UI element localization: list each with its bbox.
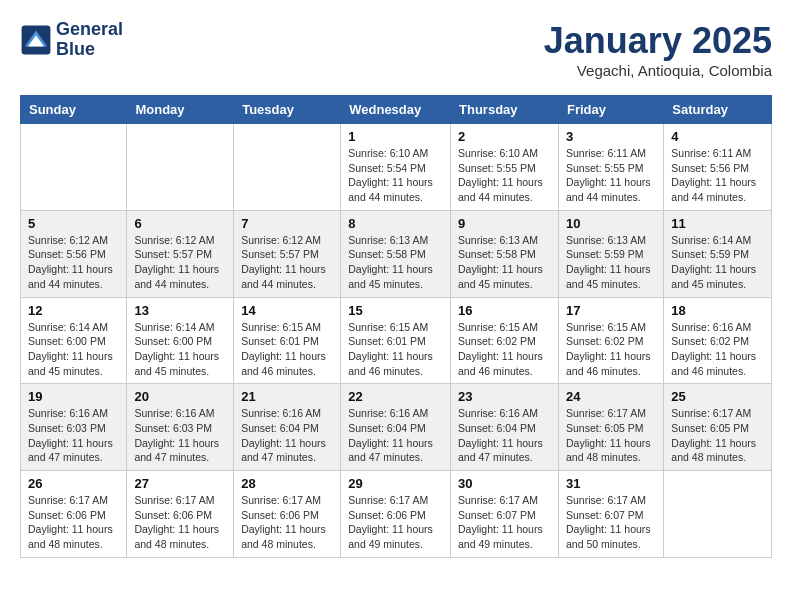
day-info: Sunrise: 6:10 AM Sunset: 5:55 PM Dayligh…: [458, 146, 551, 205]
calendar-cell: 9Sunrise: 6:13 AM Sunset: 5:58 PM Daylig…: [451, 210, 559, 297]
day-info: Sunrise: 6:16 AM Sunset: 6:02 PM Dayligh…: [671, 320, 764, 379]
calendar-cell: 20Sunrise: 6:16 AM Sunset: 6:03 PM Dayli…: [127, 384, 234, 471]
calendar-cell: 21Sunrise: 6:16 AM Sunset: 6:04 PM Dayli…: [234, 384, 341, 471]
calendar-cell: [21, 124, 127, 211]
calendar-week-row: 19Sunrise: 6:16 AM Sunset: 6:03 PM Dayli…: [21, 384, 772, 471]
calendar-cell: 26Sunrise: 6:17 AM Sunset: 6:06 PM Dayli…: [21, 471, 127, 558]
day-number: 18: [671, 303, 764, 318]
day-number: 31: [566, 476, 656, 491]
calendar-table: SundayMondayTuesdayWednesdayThursdayFrid…: [20, 95, 772, 558]
calendar-cell: 13Sunrise: 6:14 AM Sunset: 6:00 PM Dayli…: [127, 297, 234, 384]
calendar-cell: 8Sunrise: 6:13 AM Sunset: 5:58 PM Daylig…: [341, 210, 451, 297]
day-info: Sunrise: 6:16 AM Sunset: 6:04 PM Dayligh…: [458, 406, 551, 465]
day-info: Sunrise: 6:17 AM Sunset: 6:06 PM Dayligh…: [28, 493, 119, 552]
calendar-cell: 17Sunrise: 6:15 AM Sunset: 6:02 PM Dayli…: [558, 297, 663, 384]
calendar-week-row: 1Sunrise: 6:10 AM Sunset: 5:54 PM Daylig…: [21, 124, 772, 211]
page-header: General Blue January 2025 Vegachi, Antio…: [20, 20, 772, 79]
calendar-week-row: 12Sunrise: 6:14 AM Sunset: 6:00 PM Dayli…: [21, 297, 772, 384]
weekday-header: Thursday: [451, 96, 559, 124]
calendar-cell: 29Sunrise: 6:17 AM Sunset: 6:06 PM Dayli…: [341, 471, 451, 558]
day-number: 21: [241, 389, 333, 404]
calendar-cell: 14Sunrise: 6:15 AM Sunset: 6:01 PM Dayli…: [234, 297, 341, 384]
calendar-cell: 22Sunrise: 6:16 AM Sunset: 6:04 PM Dayli…: [341, 384, 451, 471]
day-number: 11: [671, 216, 764, 231]
day-number: 24: [566, 389, 656, 404]
day-number: 7: [241, 216, 333, 231]
day-info: Sunrise: 6:12 AM Sunset: 5:57 PM Dayligh…: [241, 233, 333, 292]
calendar-cell: 15Sunrise: 6:15 AM Sunset: 6:01 PM Dayli…: [341, 297, 451, 384]
calendar-cell: 31Sunrise: 6:17 AM Sunset: 6:07 PM Dayli…: [558, 471, 663, 558]
day-info: Sunrise: 6:13 AM Sunset: 5:59 PM Dayligh…: [566, 233, 656, 292]
weekday-header: Tuesday: [234, 96, 341, 124]
day-info: Sunrise: 6:14 AM Sunset: 6:00 PM Dayligh…: [28, 320, 119, 379]
day-number: 14: [241, 303, 333, 318]
day-number: 9: [458, 216, 551, 231]
day-info: Sunrise: 6:15 AM Sunset: 6:02 PM Dayligh…: [566, 320, 656, 379]
day-number: 15: [348, 303, 443, 318]
day-info: Sunrise: 6:16 AM Sunset: 6:04 PM Dayligh…: [241, 406, 333, 465]
calendar-cell: 2Sunrise: 6:10 AM Sunset: 5:55 PM Daylig…: [451, 124, 559, 211]
calendar-cell: 16Sunrise: 6:15 AM Sunset: 6:02 PM Dayli…: [451, 297, 559, 384]
day-number: 4: [671, 129, 764, 144]
calendar-cell: 10Sunrise: 6:13 AM Sunset: 5:59 PM Dayli…: [558, 210, 663, 297]
day-number: 2: [458, 129, 551, 144]
day-info: Sunrise: 6:11 AM Sunset: 5:55 PM Dayligh…: [566, 146, 656, 205]
calendar-cell: 27Sunrise: 6:17 AM Sunset: 6:06 PM Dayli…: [127, 471, 234, 558]
day-info: Sunrise: 6:12 AM Sunset: 5:57 PM Dayligh…: [134, 233, 226, 292]
calendar-cell: 30Sunrise: 6:17 AM Sunset: 6:07 PM Dayli…: [451, 471, 559, 558]
day-info: Sunrise: 6:17 AM Sunset: 6:06 PM Dayligh…: [134, 493, 226, 552]
day-number: 16: [458, 303, 551, 318]
logo-text: General Blue: [56, 20, 123, 60]
calendar-cell: 12Sunrise: 6:14 AM Sunset: 6:00 PM Dayli…: [21, 297, 127, 384]
day-number: 29: [348, 476, 443, 491]
day-number: 1: [348, 129, 443, 144]
calendar-cell: 5Sunrise: 6:12 AM Sunset: 5:56 PM Daylig…: [21, 210, 127, 297]
day-number: 27: [134, 476, 226, 491]
day-number: 30: [458, 476, 551, 491]
calendar-cell: [127, 124, 234, 211]
calendar-cell: 11Sunrise: 6:14 AM Sunset: 5:59 PM Dayli…: [664, 210, 772, 297]
day-info: Sunrise: 6:17 AM Sunset: 6:05 PM Dayligh…: [566, 406, 656, 465]
day-number: 12: [28, 303, 119, 318]
day-info: Sunrise: 6:15 AM Sunset: 6:01 PM Dayligh…: [241, 320, 333, 379]
day-info: Sunrise: 6:12 AM Sunset: 5:56 PM Dayligh…: [28, 233, 119, 292]
calendar-cell: 18Sunrise: 6:16 AM Sunset: 6:02 PM Dayli…: [664, 297, 772, 384]
calendar-header-row: SundayMondayTuesdayWednesdayThursdayFrid…: [21, 96, 772, 124]
calendar-cell: 28Sunrise: 6:17 AM Sunset: 6:06 PM Dayli…: [234, 471, 341, 558]
day-number: 6: [134, 216, 226, 231]
weekday-header: Monday: [127, 96, 234, 124]
day-info: Sunrise: 6:17 AM Sunset: 6:07 PM Dayligh…: [566, 493, 656, 552]
day-info: Sunrise: 6:13 AM Sunset: 5:58 PM Dayligh…: [348, 233, 443, 292]
calendar-cell: 23Sunrise: 6:16 AM Sunset: 6:04 PM Dayli…: [451, 384, 559, 471]
day-number: 8: [348, 216, 443, 231]
day-info: Sunrise: 6:17 AM Sunset: 6:06 PM Dayligh…: [241, 493, 333, 552]
day-info: Sunrise: 6:14 AM Sunset: 6:00 PM Dayligh…: [134, 320, 226, 379]
calendar-cell: 7Sunrise: 6:12 AM Sunset: 5:57 PM Daylig…: [234, 210, 341, 297]
calendar-cell: [234, 124, 341, 211]
day-number: 5: [28, 216, 119, 231]
day-number: 10: [566, 216, 656, 231]
month-title: January 2025: [544, 20, 772, 62]
day-number: 20: [134, 389, 226, 404]
day-info: Sunrise: 6:10 AM Sunset: 5:54 PM Dayligh…: [348, 146, 443, 205]
calendar-cell: 6Sunrise: 6:12 AM Sunset: 5:57 PM Daylig…: [127, 210, 234, 297]
day-number: 3: [566, 129, 656, 144]
weekday-header: Sunday: [21, 96, 127, 124]
day-info: Sunrise: 6:17 AM Sunset: 6:05 PM Dayligh…: [671, 406, 764, 465]
day-info: Sunrise: 6:16 AM Sunset: 6:03 PM Dayligh…: [134, 406, 226, 465]
day-info: Sunrise: 6:11 AM Sunset: 5:56 PM Dayligh…: [671, 146, 764, 205]
calendar-cell: 25Sunrise: 6:17 AM Sunset: 6:05 PM Dayli…: [664, 384, 772, 471]
day-info: Sunrise: 6:17 AM Sunset: 6:06 PM Dayligh…: [348, 493, 443, 552]
day-info: Sunrise: 6:15 AM Sunset: 6:02 PM Dayligh…: [458, 320, 551, 379]
day-info: Sunrise: 6:17 AM Sunset: 6:07 PM Dayligh…: [458, 493, 551, 552]
day-info: Sunrise: 6:14 AM Sunset: 5:59 PM Dayligh…: [671, 233, 764, 292]
title-section: January 2025 Vegachi, Antioquia, Colombi…: [544, 20, 772, 79]
weekday-header: Wednesday: [341, 96, 451, 124]
day-number: 23: [458, 389, 551, 404]
logo: General Blue: [20, 20, 123, 60]
calendar-cell: 24Sunrise: 6:17 AM Sunset: 6:05 PM Dayli…: [558, 384, 663, 471]
calendar-week-row: 5Sunrise: 6:12 AM Sunset: 5:56 PM Daylig…: [21, 210, 772, 297]
calendar-cell: 1Sunrise: 6:10 AM Sunset: 5:54 PM Daylig…: [341, 124, 451, 211]
weekday-header: Saturday: [664, 96, 772, 124]
calendar-body: 1Sunrise: 6:10 AM Sunset: 5:54 PM Daylig…: [21, 124, 772, 558]
